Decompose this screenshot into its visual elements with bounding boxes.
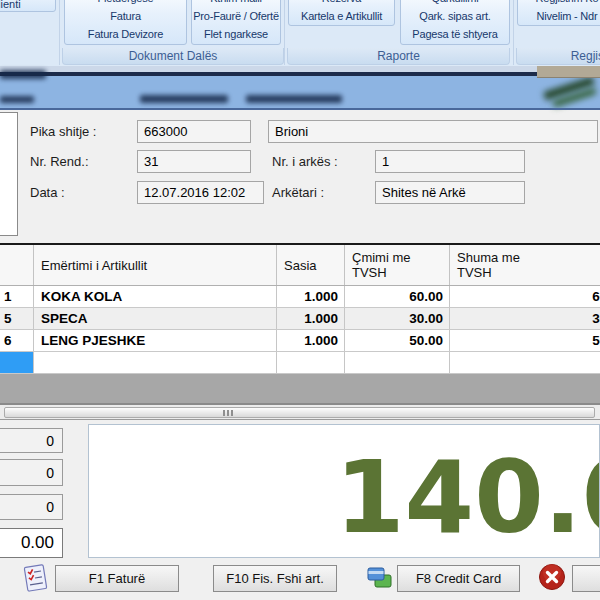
shuma-cell: 60.00 — [450, 286, 600, 307]
cmimi-cell — [345, 352, 450, 373]
splitter-bar[interactable] — [4, 407, 595, 418]
cmimi-cell: 60.00 — [345, 286, 450, 307]
background-window-fragment — [537, 66, 600, 78]
row-number-header — [0, 245, 34, 285]
subtotal-field-1[interactable]: 0 — [0, 428, 63, 453]
ribbon-button-label: ga klienti — [0, 0, 21, 10]
f8-credit-card-button[interactable]: F8 Credit Card — [397, 565, 520, 592]
cmimi-header: Çmimi me TVSH — [345, 245, 450, 285]
blurred-text — [0, 70, 46, 79]
horizontal-splitter[interactable] — [0, 403, 600, 420]
ribbon-button-kartela-artikullit[interactable]: Kartela e Artikullit — [289, 7, 394, 25]
sasia-cell — [277, 352, 345, 373]
ribbon-stack-kthim: Kthim malli Pro-Faurë / Ofertë Flet ngar… — [191, 0, 281, 45]
grand-total-value: 140.00 — [335, 448, 600, 548]
fiscal-receipt-icon[interactable] — [20, 563, 51, 598]
subtotal-field-2[interactable]: 0 — [0, 459, 63, 486]
ribbon-button-pagesa-te-shtyera[interactable]: Pagesa të shtyera — [401, 25, 509, 43]
splitter-grip-icon — [223, 410, 225, 416]
nr-rend-field[interactable]: 31 — [137, 150, 251, 173]
item-name-cell: SPECA — [34, 308, 277, 329]
ribbon-toolbar: ga klienti Fletdërgese Fatura Fatura Dev… — [0, 0, 600, 66]
ribbon-stack-fatura: Fletdërgese Fatura Fatura Devizore — [64, 0, 187, 45]
row-number-cell: 5 — [0, 308, 34, 329]
table-row[interactable]: 1 KOKA KOLA 1.000 60.00 60.00 — [0, 286, 600, 308]
pika-shitje-field[interactable]: 663000 — [137, 120, 251, 143]
shuma-cell: 50.00 — [450, 330, 600, 351]
sasia-header: Sasia — [277, 245, 345, 285]
store-banner — [0, 76, 600, 108]
ribbon-button-nivelim[interactable]: Nivelim - Ndr — [518, 7, 600, 25]
f10-fshi-art-button[interactable]: F10 Fis. Fshi art. — [213, 565, 337, 592]
ribbon-stack-rezerva: Rezerva Kartela e Artikullit — [288, 0, 395, 26]
ribbon-stack-regjistrim: Regjistrim Ko Nivelim - Ndr — [517, 0, 600, 26]
splitter-grip-icon — [227, 410, 229, 416]
subtotal-field-3[interactable]: 0 — [0, 494, 63, 520]
sasia-cell: 1.000 — [277, 286, 345, 307]
item-name-cell: KOKA KOLA — [34, 286, 277, 307]
nr-rend-label: Nr. Rend.: — [30, 154, 89, 169]
cmimi-cell: 30.00 — [345, 308, 450, 329]
data-label: Data : — [30, 185, 65, 200]
ribbon-button-flet-ngarkese[interactable]: Flet ngarkese — [192, 25, 280, 43]
nr-arkes-label: Nr. i arkës : — [272, 154, 338, 169]
row-number-cell: 1 — [0, 286, 34, 307]
ribbon-button-kthim-malli[interactable]: Kthim malli — [192, 0, 280, 7]
item-name-cell — [34, 352, 277, 373]
arketari-label: Arkëtari : — [272, 185, 324, 200]
blurred-text — [0, 96, 34, 103]
items-table: Emërtimi i Artikullit Sasia Çmimi me TVS… — [0, 243, 600, 404]
ribbon-group-separator — [513, 0, 514, 65]
banner-bottom-line — [0, 108, 600, 110]
close-icon[interactable] — [538, 563, 566, 595]
f1-fature-button[interactable]: F1 Faturë — [55, 565, 179, 592]
blurred-text — [140, 95, 228, 103]
ribbon-group-dokument-dales[interactable]: Dokument Dalës — [62, 48, 284, 65]
sasia-cell: 1.000 — [277, 308, 345, 329]
nr-arkes-field[interactable]: 1 — [375, 150, 525, 173]
sasia-cell: 1.000 — [277, 330, 345, 351]
shuma-cell — [450, 352, 600, 373]
ribbon-button-pro-faure[interactable]: Pro-Faurë / Ofertë — [192, 7, 280, 25]
table-row-empty[interactable] — [0, 352, 600, 374]
pika-shitje-label: Pika shitje : — [30, 124, 96, 139]
ribbon-button-fatura-devizore[interactable]: Fatura Devizore — [65, 25, 186, 43]
ribbon-group-separator — [59, 0, 60, 65]
blurred-text — [246, 95, 342, 103]
ribbon-group-separator — [284, 0, 285, 65]
partial-footer-button[interactable] — [572, 565, 600, 592]
ribbon-button-partial[interactable]: ga klienti — [0, 0, 56, 12]
ribbon-button-qark-sipas-art[interactable]: Qark. sipas art. — [401, 7, 509, 25]
ribbon-button-qarkullimi[interactable]: Qarkullimi — [401, 0, 509, 7]
amount-field[interactable]: 0.00 — [0, 528, 63, 558]
credit-card-icon[interactable] — [366, 566, 393, 595]
row-number-cell: 6 — [0, 330, 34, 351]
ribbon-button-fatura[interactable]: Fatura — [65, 7, 186, 25]
table-row[interactable]: 6 LENG PJESHKE 1.000 50.00 50.00 — [0, 330, 600, 352]
emertimi-header: Emërtimi i Artikullit — [34, 245, 277, 285]
item-name-cell: LENG PJESHKE — [34, 330, 277, 351]
ribbon-button-regjistrim[interactable]: Regjistrim Ko — [518, 0, 600, 7]
side-panel-fragment — [0, 112, 18, 236]
shuma-cell: 30.00 — [450, 308, 600, 329]
ribbon-button-rezerva[interactable]: Rezerva — [289, 0, 394, 7]
splitter-grip-icon — [231, 410, 233, 416]
shuma-header: Shuma me TVSH — [450, 245, 600, 285]
data-field[interactable]: 12.07.2016 12:02 — [137, 181, 264, 204]
row-number-cell — [0, 352, 34, 373]
table-header-row: Emërtimi i Artikullit Sasia Çmimi me TVS… — [0, 245, 600, 286]
grand-total-display: 140.00 — [88, 424, 600, 558]
pika-shitje-name-field[interactable]: Brioni — [268, 120, 598, 143]
table-row[interactable]: 5 SPECA 1.000 30.00 30.00 — [0, 308, 600, 330]
arketari-field[interactable]: Shites në Arkë — [375, 181, 525, 204]
ribbon-button-fletdergese[interactable]: Fletdërgese — [65, 0, 186, 7]
ribbon-stack-qarkullimi: Qarkullimi Qark. sipas art. Pagesa të sh… — [400, 0, 510, 45]
pos-window: ga klienti Fletdërgese Fatura Fatura Dev… — [0, 0, 600, 600]
ribbon-group-regjistr[interactable]: Regjistr — [516, 48, 600, 65]
ribbon-group-raporte[interactable]: Raporte — [287, 48, 510, 65]
cmimi-cell: 50.00 — [345, 330, 450, 351]
